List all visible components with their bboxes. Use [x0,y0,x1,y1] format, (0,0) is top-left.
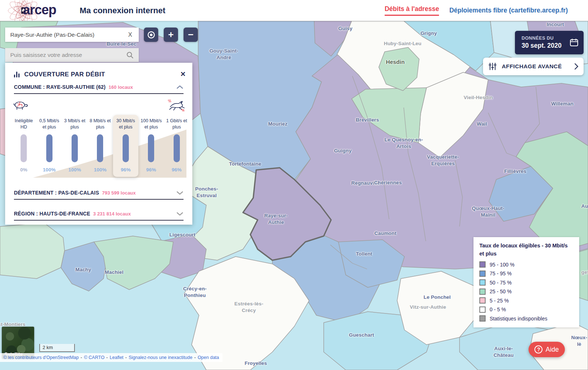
legend-swatch [479,297,486,304]
map-attribution: © les contributeurs d'OpenStreetMap-© CA… [0,353,222,362]
bar-label: 8 Mbit/s et plus [87,118,113,131]
legend-swatch [479,261,486,268]
legend-swatch [479,315,486,322]
bar-pill [46,134,52,162]
minus-icon: − [188,29,193,40]
coverage-bar-0[interactable]: Inéligible HD0% [11,115,36,177]
coverage-panel-title-text: COUVERTURE PAR DÉBIT [24,71,105,78]
commune-label: COMMUNE : RAYE-SUR-AUTHIE (62) [14,84,106,90]
coverage-panel-title: COUVERTURE PAR DÉBIT [14,71,105,78]
coverage-bar-6[interactable]: 1 Gbit/s et plus96% [164,115,189,177]
chevron-down-icon[interactable] [176,191,184,195]
section-region[interactable]: RÉGION : HAUTS-DE-FRANCE 3 231 814 locau… [14,211,184,221]
section-departement[interactable]: DÉPARTEMENT : PAS-DE-CALAIS 793 599 loca… [14,190,184,200]
bar-value: 0% [11,167,36,173]
commune-search-box: X [5,28,139,42]
tab-debits-adresse[interactable]: Débits à l'adresse [385,5,439,16]
legend-item-5: 0 - 5 % [479,305,573,314]
coverage-panel: COUVERTURE PAR DÉBIT ✕ COMMUNE : RAYE-SU… [5,63,192,225]
legend-label: 75 - 95 % [490,271,512,276]
zoom-out-button[interactable]: − [184,28,198,42]
turtle-slow-icon [12,99,29,111]
attribution-link-2[interactable]: Leaflet [110,355,124,360]
attribution-separator: - [194,355,196,360]
question-mark-icon: ? [534,345,542,353]
bar-pill [148,134,154,162]
locate-icon [147,30,156,39]
coverage-bar-5[interactable]: 100 Mbit/s et plus96% [138,115,164,177]
bar-pill [97,134,103,162]
coverage-bar-3[interactable]: 8 Mbit/s et plus100% [87,115,113,177]
legend-swatch [479,271,486,277]
address-search-input[interactable] [10,52,126,58]
attribution-link-0[interactable]: © les contributeurs d'OpenStreetMap [3,355,79,360]
arcep-logo[interactable]: arcep [0,0,75,21]
locate-button[interactable] [144,28,158,42]
chevron-right-icon [574,63,578,70]
legend-label: 95 - 100 % [490,262,515,268]
legend-item-0: 95 - 100 % [479,260,573,269]
legend-item-4: 5 - 25 % [479,296,573,305]
departement-label: DÉPARTEMENT : PAS-DE-CALAIS [14,190,99,196]
chevron-up-icon[interactable] [176,85,184,89]
search-icon [126,51,134,59]
legend-swatch [479,289,486,295]
legend-label: Statistiques indisponibles [490,316,547,322]
attribution-separator: - [80,355,82,360]
sliders-icon [488,62,497,71]
departement-count: 793 599 locaux [102,190,136,196]
map-legend: Taux de locaux éligibles - 30 Mbit/s et … [473,237,579,327]
help-button-label: Aide [545,346,559,353]
commune-search-input[interactable] [10,32,127,38]
bar-label: 0,5 Mbit/s et plus [36,118,62,131]
bar-pill [72,134,78,162]
attribution-link-3[interactable]: Signalez-nous une inexactitude [128,355,192,360]
app-header: arcep Ma connexion internet Débits à l'a… [0,0,588,21]
legend-swatch [479,306,486,313]
legend-label: 0 - 5 % [490,306,506,312]
bar-label: 30 Mbit/s et plus [113,118,138,131]
region-label: RÉGION : HAUTS-DE-FRANCE [14,211,90,217]
bar-pill [123,134,129,162]
coverage-bars: Inéligible HD0%0,5 Mbit/s et plus100%3 M… [11,115,189,177]
tab-deploiements-fibre[interactable]: Déploiements fibre (cartefibre.arcep.fr) [449,7,568,14]
chevron-down-icon[interactable] [176,212,184,216]
legend-items: 95 - 100 %75 - 95 %50 - 75 %25 - 50 %5 -… [479,260,573,323]
bar-pill [21,134,27,162]
header-nav: Débits à l'adresse Déploiements fibre (c… [385,5,568,16]
coverage-bar-1[interactable]: 0,5 Mbit/s et plus100% [36,115,62,177]
legend-item-2: 50 - 75 % [479,278,573,287]
legend-label: 25 - 50 % [490,289,512,294]
attribution-link-4[interactable]: Open data [197,355,219,360]
legend-item-1: 75 - 95 % [479,269,573,278]
map-area: GuisyIncourtGrignyHuby-Saint-LeuHesdinBu… [0,21,588,370]
bar-label: 1 Gbit/s et plus [164,118,189,131]
legend-item-6: Statistiques indisponibles [479,314,573,323]
attribution-separator: - [106,355,108,360]
attribution-link-1[interactable]: © CARTO [84,355,105,360]
attribution-separator: - [125,355,127,360]
legend-label: 5 - 25 % [490,298,509,304]
advanced-display-button[interactable]: AFFICHAGE AVANCÉ [483,58,584,75]
legend-item-3: 25 - 50 % [479,287,573,296]
calendar-icon [569,38,579,47]
bar-value: 96% [138,167,164,173]
data-date-badge[interactable]: DONNÉES DU 30 sept. 2020 [515,31,584,54]
help-button[interactable]: ? Aide [529,342,565,357]
map-scale: 2 km [39,344,75,352]
zoom-in-button[interactable]: + [164,28,178,42]
section-commune[interactable]: COMMUNE : RAYE-SUR-AUTHIE (62) 160 locau… [14,84,184,94]
coverage-bar-2[interactable]: 3 Mbit/s et plus100% [62,115,87,177]
legend-swatch [479,279,486,286]
bar-value: 100% [62,167,87,173]
coverage-bar-4[interactable]: 30 Mbit/s et plus96% [113,115,138,177]
close-panel-icon[interactable]: ✕ [180,70,186,78]
clear-search-icon[interactable]: X [127,32,134,38]
bar-label: Inéligible HD [11,118,36,131]
bar-label: 100 Mbit/s et plus [138,118,164,131]
bar-value: 100% [36,167,62,173]
bar-value: 96% [164,167,189,173]
bar-chart-icon [14,72,21,77]
commune-count: 160 locaux [109,84,133,90]
page-title: Ma connexion internet [80,6,165,15]
